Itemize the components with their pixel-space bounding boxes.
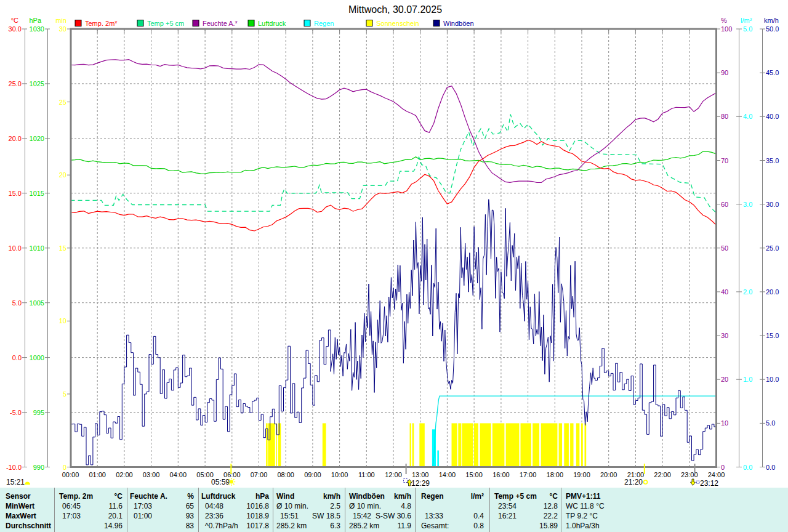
svg-text:Luftdruck: Luftdruck	[201, 492, 236, 501]
svg-text:SW 18.5: SW 18.5	[312, 512, 340, 520]
svg-text:21:20: 21:20	[624, 478, 643, 486]
svg-text:83: 83	[186, 522, 195, 530]
svg-text:15.89: 15.89	[539, 522, 558, 530]
svg-text:10.0: 10.0	[9, 244, 22, 252]
svg-text:11.9: 11.9	[398, 522, 412, 530]
svg-text:05:59: 05:59	[211, 478, 230, 486]
svg-text:5.0: 5.0	[743, 25, 752, 33]
svg-text:30.0: 30.0	[766, 201, 779, 208]
svg-text:Windböen: Windböen	[443, 20, 474, 27]
svg-text:24:00: 24:00	[708, 471, 725, 478]
svg-text:12:29: 12:29	[411, 479, 430, 488]
svg-text:1020: 1020	[30, 135, 44, 142]
svg-text:1030: 1030	[30, 25, 44, 33]
svg-text:25.0: 25.0	[9, 80, 22, 87]
svg-text:30: 30	[721, 332, 728, 339]
svg-text:5.0: 5.0	[766, 419, 775, 427]
svg-text:%: %	[187, 492, 194, 501]
svg-text:0.0: 0.0	[766, 464, 775, 471]
svg-text:4.8: 4.8	[401, 502, 411, 510]
svg-text:23:54: 23:54	[498, 502, 517, 510]
svg-text:l/m²: l/m²	[471, 492, 484, 501]
svg-text:1.0: 1.0	[743, 376, 752, 383]
svg-text:990: 990	[33, 464, 44, 471]
svg-text:1016.8: 1016.8	[246, 502, 269, 510]
svg-text:15:00: 15:00	[465, 471, 483, 478]
svg-text:Temp. 2m: Temp. 2m	[59, 492, 93, 501]
svg-text:Regen: Regen	[314, 20, 334, 27]
svg-text:15: 15	[59, 244, 66, 252]
svg-text:1017.8: 1017.8	[246, 522, 269, 530]
svg-text:93: 93	[186, 512, 195, 520]
svg-text:2.5: 2.5	[330, 502, 340, 510]
svg-text:285.2 km: 285.2 km	[349, 522, 379, 530]
svg-text:12.8: 12.8	[544, 502, 558, 510]
svg-text:23:36: 23:36	[205, 512, 223, 520]
svg-text:Ø 10 min.: Ø 10 min.	[349, 502, 381, 510]
svg-text:40.0: 40.0	[766, 113, 779, 120]
svg-text:^0.7hPa/h: ^0.7hPa/h	[205, 522, 238, 530]
svg-text:Temp +5 cm: Temp +5 cm	[147, 20, 184, 27]
svg-text:0.4: 0.4	[473, 512, 484, 520]
svg-text:22.2: 22.2	[544, 512, 558, 520]
svg-text:04:48: 04:48	[205, 502, 223, 510]
svg-text:5: 5	[63, 390, 66, 398]
svg-text:hPa: hPa	[255, 492, 269, 501]
svg-text:10.0: 10.0	[766, 376, 779, 383]
svg-text:WC 11.8 °C: WC 11.8 °C	[566, 502, 605, 510]
svg-text:km/h: km/h	[323, 492, 340, 501]
svg-text:l/m²: l/m²	[741, 17, 752, 24]
svg-text:Wind: Wind	[276, 492, 294, 501]
svg-text:hPa: hPa	[29, 17, 41, 24]
svg-text:10: 10	[59, 317, 66, 324]
svg-text:995: 995	[33, 409, 44, 416]
svg-text:40: 40	[721, 288, 728, 296]
svg-text:17:00: 17:00	[520, 471, 537, 478]
svg-text:45.0: 45.0	[766, 69, 779, 76]
svg-text:14:00: 14:00	[439, 471, 456, 478]
svg-text:Durchschnitt: Durchschnitt	[6, 522, 51, 530]
svg-text:Feuchte A.*: Feuchte A.*	[203, 20, 238, 27]
svg-text:Mittwoch, 30.07.2025: Mittwoch, 30.07.2025	[348, 4, 442, 15]
svg-text:Regen: Regen	[421, 492, 444, 501]
svg-text:01:00: 01:00	[134, 512, 152, 520]
svg-text:%: %	[721, 17, 727, 24]
svg-text:17:03: 17:03	[134, 502, 152, 510]
svg-text:0: 0	[63, 464, 66, 471]
svg-text:60: 60	[721, 201, 728, 208]
svg-text:-10.0: -10.0	[6, 464, 22, 471]
svg-text:Luftdruck: Luftdruck	[258, 20, 286, 27]
svg-text:15:51: 15:51	[280, 512, 299, 520]
svg-text:08:00: 08:00	[277, 471, 294, 478]
svg-text:1015: 1015	[30, 190, 44, 197]
svg-text:20.0: 20.0	[766, 288, 779, 296]
svg-text:0.0: 0.0	[12, 354, 22, 361]
svg-text:Feuchte A.: Feuchte A.	[130, 492, 167, 501]
svg-text:S-SW 30.6: S-SW 30.6	[376, 512, 411, 520]
svg-text:1018.9: 1018.9	[246, 512, 269, 520]
svg-text:06:45: 06:45	[62, 502, 81, 510]
svg-text:30.0: 30.0	[9, 25, 22, 33]
svg-text:min: min	[55, 17, 66, 24]
svg-text:3.0: 3.0	[743, 201, 752, 208]
svg-text:MaxWert: MaxWert	[6, 512, 36, 520]
svg-text:°C: °C	[115, 492, 123, 501]
svg-text:4.0: 4.0	[743, 113, 752, 120]
svg-text:90: 90	[721, 69, 728, 76]
svg-text:0: 0	[721, 464, 725, 471]
svg-text:1005: 1005	[30, 299, 44, 307]
svg-text:50.0: 50.0	[766, 25, 779, 33]
svg-text:11:00: 11:00	[358, 471, 375, 478]
svg-text:5.0: 5.0	[12, 299, 22, 307]
svg-text:1010: 1010	[30, 244, 44, 252]
svg-text:65: 65	[186, 502, 195, 510]
svg-text:04:00: 04:00	[170, 471, 187, 478]
svg-text:0.8: 0.8	[473, 522, 484, 530]
svg-text:15.0: 15.0	[766, 332, 779, 339]
svg-text:18:00: 18:00	[547, 471, 564, 478]
svg-text:15.0: 15.0	[9, 190, 22, 197]
svg-text:50: 50	[721, 244, 728, 252]
svg-text:10: 10	[721, 419, 728, 427]
svg-text:25.0: 25.0	[766, 244, 779, 252]
svg-text:20.1: 20.1	[108, 512, 123, 520]
